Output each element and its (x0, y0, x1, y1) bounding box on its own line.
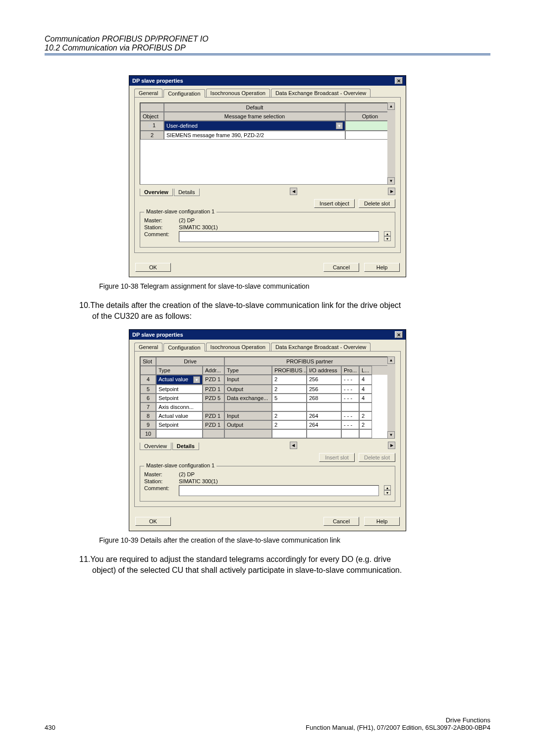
hscroll-left-icon[interactable]: ◀ (290, 442, 297, 449)
dialog2-title: DP slave properties (132, 332, 183, 338)
col-drive: Drive (156, 357, 224, 366)
master-slave-group: Master-slave configuration 1 Master: (2)… (140, 466, 395, 502)
cell-slot: 7 (140, 403, 156, 411)
cell-slot: 4 (140, 375, 156, 385)
help-button[interactable]: Help (364, 263, 400, 272)
hscroll-right-icon[interactable]: ▶ (388, 188, 395, 195)
hscroll-left-icon[interactable]: ◀ (290, 188, 297, 195)
comment-input[interactable] (179, 231, 379, 242)
cell-type2: Output (224, 420, 272, 429)
ok-button[interactable]: OK (135, 517, 171, 526)
inner-tab-overview[interactable]: Overview (140, 189, 173, 196)
delete-slot-button: Delete slot (359, 453, 395, 462)
cell-pro: - - - (341, 385, 359, 394)
cell-addr: PZD 1 (203, 385, 224, 394)
master-label: Master: (144, 471, 174, 477)
cell-pro: - - - (341, 394, 359, 403)
insert-slot-button: Insert slot (319, 453, 355, 462)
master-label: Master: (144, 217, 174, 223)
cell-profibus (272, 429, 307, 438)
cell-l: 4 (359, 375, 372, 385)
inner-tab-overview[interactable]: Overview (140, 443, 171, 450)
ok-button[interactable]: OK (135, 263, 171, 272)
table-row[interactable]: 9SetpointPZD 1Output2264- - -2 (140, 420, 395, 429)
tab-configuration[interactable]: Configuration (163, 343, 205, 352)
cell-addr: PZD 1 (203, 420, 224, 429)
dropdown-icon[interactable]: ▼ (193, 376, 200, 383)
comment-label: Comment: (144, 231, 174, 242)
col-addr: Addr... (203, 366, 224, 375)
cancel-button[interactable]: Cancel (323, 263, 359, 272)
dialog1-title: DP slave properties (132, 78, 183, 84)
spin-down-icon[interactable]: ▼ (384, 236, 391, 241)
cell-pro: - - - (341, 375, 359, 385)
cell-type: Setpoint (156, 394, 203, 403)
col-profibus: PROFIBUS ... (272, 366, 307, 375)
station-label: Station: (144, 224, 174, 230)
insert-object-button[interactable]: Insert object (314, 199, 355, 208)
dropdown-icon[interactable]: ▼ (336, 122, 343, 129)
group-title: Master-slave configuration 1 (144, 462, 216, 468)
cell-profibus: 2 (272, 411, 307, 420)
comment-input[interactable] (179, 485, 379, 496)
scroll-up-icon[interactable]: ▲ (387, 356, 395, 364)
col-default: Default (164, 103, 345, 112)
tab-isochronous[interactable]: Isochronous Operation (206, 89, 270, 97)
cell-pro: - - - (341, 420, 359, 429)
cell-profibus: 2 (272, 385, 307, 394)
table-row[interactable]: 2 SIEMENS message frame 390, PZD-2/2 (140, 131, 395, 140)
cell-type2 (224, 403, 272, 411)
cell-type: Actual value (156, 411, 203, 420)
cell-pro: - - - (341, 411, 359, 420)
cancel-button[interactable]: Cancel (323, 517, 359, 526)
cell-profibus: 2 (272, 420, 307, 429)
spin-up-icon[interactable]: ▲ (384, 485, 391, 490)
hscroll-right-icon[interactable]: ▶ (388, 442, 395, 449)
cell-slot: 10 (140, 429, 156, 438)
close-icon[interactable]: ✕ (395, 331, 403, 338)
dp-slave-properties-dialog-2: DP slave properties ✕ General Configurat… (129, 329, 406, 531)
col-type: Type (156, 366, 203, 375)
col-slot: Slot (140, 357, 156, 366)
delete-slot-button[interactable]: Delete slot (359, 199, 395, 208)
tab-configuration[interactable]: Configuration (163, 89, 205, 98)
cell-slot: 9 (140, 420, 156, 429)
cell-io (307, 429, 341, 438)
table-row[interactable]: 7Axis disconn... (140, 403, 395, 411)
station-value: SIMATIC 300(1) (179, 224, 218, 230)
table-row[interactable]: 4Actual value▼PZD 1Input2256- - -4 (140, 375, 395, 385)
scroll-up-icon[interactable]: ▲ (387, 102, 395, 110)
cell-pro (341, 429, 359, 438)
table-row[interactable]: 5SetpointPZD 1Output2256- - -4 (140, 385, 395, 394)
spin-up-icon[interactable]: ▲ (384, 231, 391, 236)
cell-io (307, 403, 341, 411)
header-line-1: Communication PROFIBUS DP/PROFINET IO (45, 35, 490, 44)
header-rule-thick (45, 53, 490, 54)
comment-label: Comment: (144, 485, 174, 496)
table-row[interactable]: 6SetpointPZD 5Data exchange...5268- - -4 (140, 394, 395, 403)
close-icon[interactable]: ✕ (395, 77, 403, 84)
tab-isochronous[interactable]: Isochronous Operation (206, 343, 270, 351)
tab-general[interactable]: General (134, 343, 162, 351)
table-row[interactable]: 8Actual valuePZD 1Input2264- - -2 (140, 411, 395, 420)
cell-l: 4 (359, 394, 372, 403)
table-row[interactable]: ▶1 User-defined ▼ (140, 121, 395, 131)
tab-data-exchange[interactable]: Data Exchange Broadcast - Overview (271, 89, 371, 97)
cell-type2: Input (224, 411, 272, 420)
scroll-down-icon[interactable]: ▼ (387, 431, 395, 439)
scroll-down-icon[interactable]: ▼ (387, 177, 395, 185)
tab-general[interactable]: General (134, 89, 162, 97)
spin-down-icon[interactable]: ▼ (384, 490, 391, 495)
inner-tab-details[interactable]: Details (172, 443, 199, 450)
tab-data-exchange[interactable]: Data Exchange Broadcast - Overview (271, 343, 371, 351)
header-line-2: 10.2 Communication via PROFIBUS DP (45, 44, 490, 52)
inner-tab-details[interactable]: Details (174, 189, 200, 196)
table-row[interactable]: 10 (140, 429, 395, 438)
cell-l: 2 (359, 420, 372, 429)
blank-corner (140, 103, 164, 112)
cell-pro (341, 403, 359, 411)
cell-slot: 5 (140, 385, 156, 394)
cell-type2 (224, 429, 272, 438)
help-button[interactable]: Help (364, 517, 400, 526)
cell-slot: 8 (140, 411, 156, 420)
